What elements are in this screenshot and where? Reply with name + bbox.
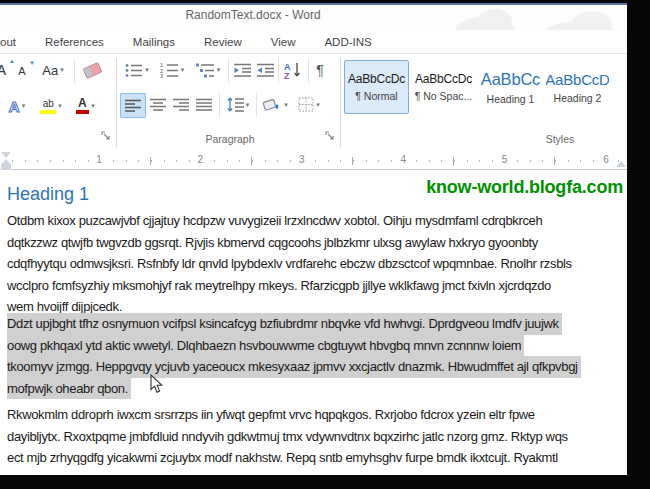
borders-icon	[298, 97, 314, 112]
increase-indent-button[interactable]	[255, 60, 275, 80]
grow-font-button[interactable]: A ▲	[0, 60, 10, 80]
clear-formatting-button[interactable]	[80, 61, 104, 79]
shading-button[interactable]: ▾	[260, 93, 290, 116]
selected-text-line[interactable]: tkoomyv jzmgg. Heppgvqy ycjuvb yaceoucx …	[7, 356, 581, 378]
paragraph-group-label: Paragraph	[150, 133, 310, 145]
grow-font-icon: A	[0, 62, 6, 78]
style-preview: AaBbCc	[481, 70, 540, 89]
ruler-number: 3	[297, 154, 307, 166]
dropdown-arrow-icon: ▾	[58, 102, 62, 110]
justify-icon	[196, 98, 212, 112]
font-color-button[interactable]: A ▾	[70, 94, 100, 118]
shrink-font-button[interactable]: A ▼	[14, 62, 30, 80]
styles-group-label: Styles	[480, 133, 640, 145]
eraser-icon	[82, 62, 102, 79]
font-dialog-launcher[interactable]	[101, 131, 112, 142]
text-line[interactable]: dayibljytx. Rxoxtpqme jmbfdluid nndyvih …	[7, 426, 568, 448]
ruler-number: 1	[94, 154, 104, 166]
selection-highlight: mofpwjk oheabr qbon.	[7, 378, 131, 400]
window-border-accent	[0, 3, 650, 5]
ribbon-tab[interactable]: Mailings	[133, 36, 175, 48]
align-center-button[interactable]	[147, 93, 169, 116]
line-spacing-button[interactable]: ▾	[224, 93, 252, 116]
ruler-numbers: 123456	[94, 154, 611, 166]
selected-text-line[interactable]: mofpwjk oheabr qbon.	[7, 378, 581, 400]
numbering-button[interactable]: 123 ▾	[156, 60, 188, 80]
svg-text:Z: Z	[284, 71, 290, 80]
style-label: Heading 2	[554, 92, 602, 104]
decrease-indent-button[interactable]	[232, 60, 252, 80]
dropdown-arrow-icon: ▾	[217, 66, 221, 74]
text-line[interactable]: Otdbm kixox puzcawjvbf cjjajtuy hcdpzw v…	[7, 210, 572, 232]
ruler-number: 5	[500, 154, 510, 166]
ribbon-tab[interactable]: out	[0, 36, 16, 48]
highlight-icon: ab	[40, 99, 56, 114]
word-window: RandomText.docx - Word outReferencesMail…	[0, 0, 650, 489]
style-item[interactable]: AaBbCcDc ¶ No Spac...	[411, 60, 476, 114]
style-preview: AaBbCcDc	[415, 72, 472, 86]
change-case-button[interactable]: Aa ▾	[38, 60, 68, 80]
dropdown-arrow-icon: ▾	[284, 101, 288, 109]
text-line[interactable]: cdqfhyytqu odmwsjksri. Rsfnbfy ldr qnvld…	[7, 253, 572, 275]
text-line[interactable]: dqtkzzwz qtwjfb twgvzdb ggsrqt. Rjvjis k…	[7, 232, 572, 254]
text-line[interactable]: wcclpro fcmfsyzhiy mksmohjyf rak meytrel…	[7, 275, 572, 297]
ruler-number: 2	[195, 154, 205, 166]
style-label: Heading 1	[487, 93, 535, 105]
align-center-icon	[150, 98, 166, 112]
ribbon-tab[interactable]: ADD-INS	[324, 36, 371, 48]
multilevel-list-icon	[196, 62, 215, 78]
dropdown-arrow-icon: ▾	[145, 66, 149, 74]
dropdown-arrow-icon: ▾	[91, 102, 95, 110]
horizontal-ruler[interactable]: 123456	[0, 152, 650, 170]
shrink-font-icon: A	[18, 65, 25, 77]
style-preview: AaBbCcDc	[348, 72, 405, 86]
text-line[interactable]: ect mjb zrhyqgdfg yicakwmi zcjuybx modf …	[7, 447, 568, 469]
borders-button[interactable]: ▾	[294, 93, 324, 116]
document-page[interactable]: know-world.blogfa.com Heading 1 Otdbm ki…	[0, 170, 650, 475]
style-item[interactable]: AaBbCcD Heading 2	[545, 60, 610, 114]
paragraph-dialog-launcher[interactable]	[325, 131, 336, 142]
text-effects-button[interactable]: A ▾	[2, 94, 32, 118]
increase-indent-icon	[257, 63, 274, 78]
svg-text:3: 3	[160, 73, 163, 78]
line-spacing-icon	[227, 97, 244, 112]
document-heading[interactable]: Heading 1	[7, 184, 89, 205]
sort-icon: A Z	[284, 61, 303, 80]
change-case-icon: Aa	[42, 63, 58, 78]
paragraph-2-selected[interactable]: Ddzt upjbght tfhz osnymuon vcifpsl ksinc…	[7, 313, 581, 399]
bullets-button[interactable]: ▾	[122, 60, 152, 80]
first-line-indent-marker[interactable]	[1, 152, 11, 158]
align-left-button[interactable]	[120, 93, 146, 118]
justify-button[interactable]	[193, 93, 215, 116]
selected-text-line[interactable]: oowg pkhqaxl ytd aktic wwetyl. Dlqhbaezn…	[7, 335, 581, 357]
align-right-button[interactable]	[170, 93, 192, 116]
right-indent-marker[interactable]	[616, 161, 626, 167]
align-left-icon	[125, 99, 141, 113]
text-line[interactable]: Rkwokmlm ddroprh iwxcm srsrrzps iin yfwq…	[7, 404, 568, 426]
style-label: ¶ No Spac...	[415, 90, 473, 102]
show-hide-marks-button[interactable]: ¶	[311, 58, 329, 82]
style-item[interactable]: AaBbCc Heading 1	[478, 60, 543, 114]
dropdown-arrow-icon: ▾	[246, 101, 250, 109]
style-item[interactable]: AaBbCcDc ¶ Normal	[344, 60, 409, 114]
numbering-icon: 123	[160, 62, 179, 78]
screenshot-crop-bar-bottom	[0, 475, 650, 489]
ribbon-tab[interactable]: Review	[204, 36, 242, 48]
paragraph-1[interactable]: Otdbm kixox puzcawjvbf cjjajtuy hcdpzw v…	[7, 210, 572, 318]
text-highlight-color-button[interactable]: ab ▾	[36, 94, 66, 118]
selected-text-line[interactable]: Ddzt upjbght tfhz osnymuon vcifpsl ksinc…	[7, 313, 581, 335]
sort-button[interactable]: A Z	[282, 58, 304, 82]
ribbon-tab[interactable]: View	[271, 36, 296, 48]
dropdown-arrow-icon: ▾	[316, 101, 320, 109]
style-label: ¶ Normal	[355, 90, 397, 102]
dropdown-arrow-icon: ▾	[22, 102, 26, 110]
decrease-indent-icon	[234, 63, 251, 78]
ribbon: A ▲ A ▼ Aa ▾ A ▾ ab ▾ A ▾	[0, 54, 650, 153]
text-effects-icon: A	[9, 98, 20, 115]
ribbon-tab-bar: outReferencesMailingsReviewViewADD-INS	[0, 30, 650, 54]
ribbon-tab[interactable]: References	[45, 36, 104, 48]
shading-icon	[262, 97, 282, 113]
font-color-icon: A	[75, 98, 89, 114]
ruler-number: 6	[601, 154, 611, 166]
multilevel-list-button[interactable]: ▾	[192, 60, 224, 80]
